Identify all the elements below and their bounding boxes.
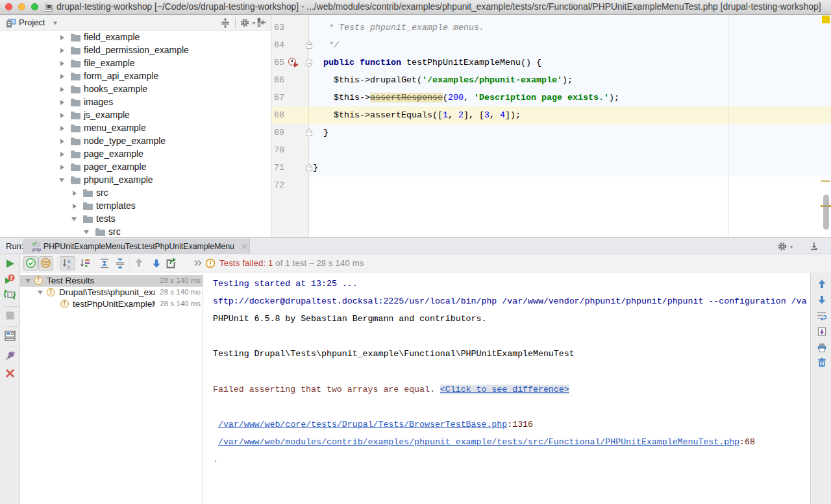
svg-text:z: z (68, 264, 70, 270)
